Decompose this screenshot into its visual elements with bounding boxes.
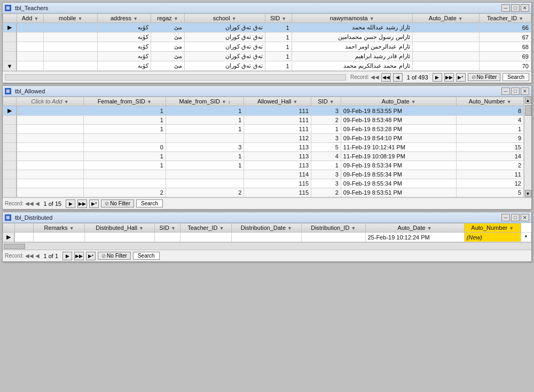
allowed-search-btn[interactable]: Search	[136, 199, 163, 207]
teachers-col-add-label: Add	[22, 15, 33, 21]
distributed-col-autonumber[interactable]: Auto_Number ▼	[464, 223, 521, 233]
teachers-col-nawymamosta[interactable]: nawymamosta ▼	[292, 14, 412, 23]
allowed-search-label: Search	[141, 201, 158, 206]
allowed-col-autodate[interactable]: Auto_Date ▼	[341, 97, 456, 106]
teachers-col-address[interactable]: address ▼	[97, 14, 151, 23]
teachers-col-school[interactable]: school ▼	[184, 14, 265, 23]
distributed-col-indicator	[3, 223, 15, 233]
teachers-prev-btn[interactable]: ◀	[393, 73, 403, 82]
teachers-col-regaz[interactable]: regaz ▼	[151, 14, 185, 23]
teachers-close-btn[interactable]: ✕	[521, 4, 529, 12]
cell-autodate: 09-Feb-19 8:53:28 PM	[341, 125, 456, 134]
cell-hall: 111	[244, 116, 311, 125]
vscroll-up-btn[interactable]: ▲	[525, 97, 531, 104]
table-row[interactable]: 1 1 113 1 09-Feb-19 8:53:34 PM 2	[3, 161, 524, 170]
allowed-col-autonumber[interactable]: Auto_Number ▼	[457, 97, 524, 106]
distributed-last-btn[interactable]: ▶▶	[74, 252, 84, 260]
allowed-minimize-btn[interactable]: ─	[501, 87, 510, 95]
allowed-maximize-btn[interactable]: □	[511, 87, 520, 95]
teachers-col-autodate[interactable]: Auto_Date ▼	[412, 14, 479, 23]
distributed-col-distdate[interactable]: Distribution_Date ▼	[231, 223, 301, 233]
table-row[interactable]: ▶ كۆبه مێ تەق تەق كوران 1 ئاراز رشيد عبد…	[3, 23, 531, 33]
table-row[interactable]: ▼ كۆبه مێ تەق تەق كوران 1 ئارام محمد عبد…	[3, 61, 531, 71]
teachers-last-btn[interactable]: ▶▶	[444, 73, 454, 82]
table-row[interactable]: ▶ 1 1 111 3 09-Feb-19 8:53:55 PM 8	[3, 106, 524, 116]
teachers-col-add[interactable]: Add ▼	[17, 14, 44, 23]
allowed-last-btn[interactable]: ▶▶	[77, 199, 87, 208]
teachers-new-btn[interactable]: ▶*	[456, 73, 466, 82]
table-row[interactable]: 2 2 115 2 09-Feb-19 8:53:51 PM 5	[3, 188, 524, 197]
cell-clicktoadd	[17, 125, 84, 134]
distributed-search-btn[interactable]: Search	[133, 252, 160, 260]
allowed-nofilter-btn[interactable]: ⊘ No Filter	[101, 199, 134, 207]
distributed-col-hall[interactable]: Distributed_Hall ▼	[84, 223, 154, 233]
allowed-col-sid[interactable]: SID ▼	[311, 97, 341, 106]
table-row[interactable]: كۆبه مێ تەق تەق كوران 1 ئارام قادر رشيد …	[3, 52, 531, 61]
cell-add	[17, 52, 44, 61]
cell-autodate: 09-Feb-19 8:54:10 PM	[341, 134, 456, 143]
teachers-search-btn[interactable]: Search	[502, 73, 529, 81]
cell-hall	[84, 233, 154, 242]
teachers-next-btn[interactable]: ▶	[433, 73, 442, 82]
table-row[interactable]: 1 1 111 2 09-Feb-19 8:53:48 PM 4	[3, 116, 524, 125]
distributed-col-teacherid[interactable]: Teacher_ID ▼	[180, 223, 232, 233]
cell-autodate	[412, 33, 479, 42]
cell-add	[17, 61, 44, 71]
table-row[interactable]: كۆبه مێ تەق تەق كوران 1 ئاراس رسول حسن م…	[3, 33, 531, 42]
cell-regaz: مێ	[151, 33, 185, 42]
vscroll-down-btn[interactable]: ▼	[525, 190, 531, 197]
teachers-col-school-label: school	[213, 15, 230, 21]
allowed-col-male[interactable]: Male_from_SID ▼ ↕	[166, 97, 244, 106]
table-row[interactable]: ▶ 25-Feb-19 10:12:24 PM (New) *	[3, 233, 531, 242]
table-row[interactable]: 114 3 09-Feb-19 8:55:34 PM 11	[3, 170, 524, 179]
distributed-new-btn[interactable]: ▶*	[86, 252, 96, 260]
cell-hall: 113	[244, 143, 311, 152]
cell-female: 1	[83, 152, 166, 161]
distributed-nofilter-btn[interactable]: ⊘ No Filter	[98, 252, 131, 260]
table-row[interactable]: 112 3 09-Feb-19 8:54:10 PM 9	[3, 134, 524, 143]
distributed-col-autodate[interactable]: Auto_Date ▼	[365, 223, 464, 233]
cell-regaz: مێ	[151, 61, 185, 71]
teachers-col-sid[interactable]: SID ▼	[265, 14, 292, 23]
cell-autonumber-new[interactable]: (New)	[464, 233, 521, 242]
vscroll-thumb[interactable]	[525, 105, 531, 116]
table-row[interactable]: 1 1 113 4 11-Feb-19 10:08:19 PM 14	[3, 152, 524, 161]
cell-sid: 2	[311, 188, 341, 197]
allowed-col-hall[interactable]: Allowed_Hall ▼	[244, 97, 311, 106]
cell-nawymamosta: ئارام عبدالرحمن اومر احمد	[292, 42, 412, 52]
teachers-first-btn[interactable]: ◀◀	[381, 73, 391, 82]
cell-address: كۆبه	[97, 52, 151, 61]
distributed-minimize-btn[interactable]: ─	[501, 214, 510, 221]
table-row[interactable]: كۆبه مێ تەق تەق كوران 1 ئارام عبدالرحمن …	[3, 42, 531, 52]
distributed-col-sid[interactable]: SID ▼	[155, 223, 180, 233]
teachers-col-mobile[interactable]: mobile ▼	[44, 14, 97, 23]
cell-clicktoadd	[17, 161, 84, 170]
allowed-vscroll[interactable]: ▲ ▼	[524, 97, 531, 197]
distributed-col-distid[interactable]: Distribution_ID ▼	[302, 223, 365, 233]
teachers-nofilter-btn[interactable]: ⊘ No Filter	[468, 73, 501, 81]
cell-male: 1	[166, 161, 244, 170]
teachers-minimize-btn[interactable]: ─	[501, 4, 510, 12]
distributed-col-remarks[interactable]: Remarks ▼	[34, 223, 85, 233]
table-row[interactable]: 1 1 111 1 09-Feb-19 8:53:28 PM 1	[3, 125, 524, 134]
allowed-next-btn[interactable]: ▶	[66, 199, 75, 208]
table-row[interactable]: 115 3 09-Feb-19 8:55:34 PM 12	[3, 179, 524, 188]
hscroll-thumb[interactable]	[4, 244, 25, 249]
allowed-col-clicktoadd[interactable]: Click to Add ▼	[17, 97, 84, 106]
teachers-maximize-btn[interactable]: □	[511, 4, 520, 12]
cell-male: 1	[166, 116, 244, 125]
distributed-hscroll-bar[interactable]	[3, 242, 531, 250]
allowed-new-btn[interactable]: ▶*	[89, 199, 99, 208]
distributed-table-container: Remarks ▼ Distributed_Hall ▼ SID ▼ Teach…	[3, 223, 531, 242]
distributed-maximize-btn[interactable]: □	[511, 214, 520, 221]
teachers-hscroll[interactable]	[5, 74, 346, 81]
teachers-col-teacherid[interactable]: Teacher_ID ▼	[480, 14, 531, 23]
allowed-close-btn[interactable]: ✕	[521, 87, 529, 95]
distributed-col-autonumber-label: Auto_Number	[471, 225, 507, 231]
table-row[interactable]: 0 3 113 5 11-Feb-19 10:12:41 PM 15	[3, 143, 524, 152]
cell-sid: 1	[265, 52, 292, 61]
cell-hall: 113	[244, 152, 311, 161]
distributed-next-btn[interactable]: ▶	[62, 252, 72, 260]
allowed-col-female[interactable]: Female_from_SID ▼	[83, 97, 166, 106]
distributed-close-btn[interactable]: ✕	[521, 214, 529, 221]
